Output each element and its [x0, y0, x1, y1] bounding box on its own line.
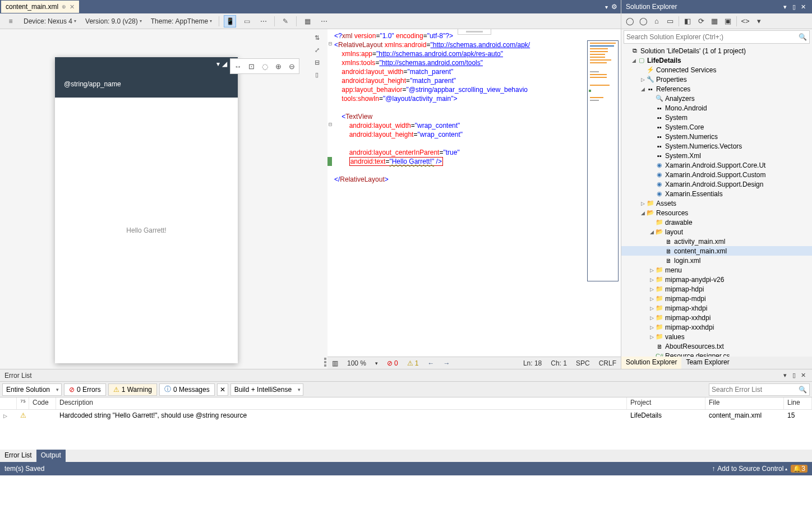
zoom-toolbar: ↔ ⊡ ◌ ⊕ ⊖ — [230, 58, 299, 74]
pin-icon[interactable]: ▯ — [790, 372, 799, 379]
collapse-icon[interactable]: ⊟ — [312, 57, 322, 67]
signal-icon: ◢ — [222, 60, 227, 68]
error-search[interactable]: 🔍 — [709, 383, 810, 396]
filter-off-icon: ✕ — [220, 386, 225, 394]
search-icon[interactable]: 🔍 — [799, 386, 807, 394]
designer-surface[interactable]: ▾ ◢ ▮ @string/app_name Hello Garrett! ↔ … — [0, 29, 323, 369]
orientation-landscape-icon[interactable]: ▭ — [241, 15, 253, 27]
tab-label: content_main.xml — [6, 3, 58, 11]
zoom-out-icon[interactable]: ⊖ — [286, 61, 297, 72]
error-list-title: Error List — [4, 372, 32, 380]
error-table-header: ⁷⁵ Code Description Project File Line — [0, 397, 812, 410]
link-app-ns[interactable]: "http://schemas.android.com/apk/res-auto… — [376, 50, 503, 58]
menu-icon[interactable]: ≡ — [4, 15, 17, 27]
refresh-icon[interactable]: ⟳ — [695, 15, 707, 27]
tab-team-explorer[interactable]: Team Explorer — [681, 357, 733, 369]
forward-icon[interactable]: ◯ — [637, 15, 649, 27]
close-icon[interactable]: ✕ — [799, 372, 808, 379]
splitter-icon[interactable] — [323, 29, 327, 369]
sync-icon[interactable]: ▭ — [664, 15, 676, 27]
body-text: Hello Garrett! — [126, 226, 166, 234]
errors-filter-button[interactable]: ⊘0 Errors — [64, 383, 106, 396]
status-text: tem(s) Saved — [4, 465, 44, 473]
theme-picker[interactable]: Theme: AppTheme ▾ — [149, 16, 214, 26]
error-search-input[interactable] — [712, 386, 799, 394]
tab-error-list[interactable]: Error List — [0, 450, 36, 462]
minimap[interactable] — [587, 40, 619, 281]
search-input[interactable] — [626, 33, 799, 41]
solution-explorer-title: Solution Explorer ▾ ▯ ✕ — [621, 0, 812, 13]
source-combo[interactable]: Build + IntelliSense — [230, 383, 303, 396]
link-android-ns[interactable]: "http://schemas.android.com/apk/ — [430, 41, 530, 49]
dropdown-icon[interactable]: ▾ — [605, 4, 608, 10]
more-icon[interactable]: ⋯ — [257, 15, 270, 27]
messages-filter-button[interactable]: ⓘ0 Messages — [159, 383, 215, 396]
line-ending: CRLF — [599, 359, 616, 367]
clear-filter-button[interactable]: ✕ — [217, 383, 228, 396]
pin-icon[interactable]: ⊕ — [62, 4, 66, 10]
nav-back-icon[interactable]: ← — [427, 359, 434, 367]
grid-icon[interactable]: ▦ — [301, 15, 313, 27]
link-tools-ns[interactable]: "http://schemas.android.com/tools" — [379, 59, 483, 67]
cursor-line: Ln: 18 — [523, 359, 542, 367]
tab-content-main[interactable]: content_main.xml ⊕ ✕ — [1, 1, 79, 13]
error-list-panel: Error List ▾ ▯ ✕ Entire Solution ⊘0 Erro… — [0, 369, 812, 462]
selected-file[interactable]: 🗎content_main.xml — [621, 246, 812, 256]
dropdown-icon[interactable]: ▾ — [781, 3, 790, 11]
doc-icon[interactable]: ▯ — [312, 70, 322, 80]
encoding-mode: SPC — [576, 359, 590, 367]
statusbar: tem(s) Saved ↑ Add to Source Control ▴ 🔔… — [0, 462, 812, 475]
phone-statusbar: ▾ ◢ ▮ — [55, 57, 238, 71]
cursor-col: Ch: 1 — [551, 359, 567, 367]
zoom-fit-icon[interactable]: ⊡ — [246, 61, 257, 72]
preview-icon[interactable]: ▾ — [753, 15, 765, 27]
home-icon[interactable]: ⌂ — [650, 15, 663, 27]
phone-preview: ▾ ◢ ▮ @string/app_name Hello Garrett! — [55, 57, 238, 363]
zoom-level[interactable]: 100 % — [347, 359, 366, 367]
bell-icon: 🔔 — [793, 465, 801, 473]
highlight-icon[interactable]: ✎ — [279, 15, 292, 27]
split-mode-icon[interactable]: ▥ — [332, 359, 338, 367]
tab-output[interactable]: Output — [36, 450, 66, 462]
solution-explorer-search[interactable]: 🔍 — [624, 30, 810, 44]
solution-tree[interactable]: ⧉Solution 'LifeDetails' (1 of 1 project)… — [621, 45, 812, 357]
show-all-icon[interactable]: ▣ — [722, 15, 734, 27]
tab-solution-explorer[interactable]: Solution Explorer — [621, 357, 681, 369]
back-icon[interactable]: ◯ — [624, 15, 636, 27]
pin-icon[interactable]: ▯ — [790, 3, 799, 11]
close-icon[interactable]: ✕ — [799, 3, 808, 11]
expand-icon[interactable]: ⤢ — [312, 45, 322, 55]
scope-combo[interactable]: Entire Solution — [2, 383, 62, 396]
document-tabs: content_main.xml ⊕ ✕ ▾ ⚙ — [0, 0, 621, 13]
properties-icon[interactable]: <> — [739, 15, 751, 27]
swap-icon[interactable]: ⇅ — [312, 33, 322, 43]
collapse-icon[interactable]: ▦ — [708, 15, 721, 27]
bottom-tabs: Error List Output — [0, 450, 812, 462]
warning-icon: ⚠ — [113, 386, 119, 394]
error-icon: ⊘ — [69, 386, 75, 394]
zoom-in-icon[interactable]: ⊕ — [273, 61, 284, 72]
orientation-portrait-icon[interactable]: 📱 — [224, 15, 236, 27]
designer-toolbar: ≡ Device: Nexus 4 ▾ Version: 9.0 (v28) ▾… — [0, 13, 621, 29]
close-icon[interactable]: ✕ — [70, 3, 75, 11]
gear-icon[interactable]: ⚙ — [611, 3, 617, 11]
zoom-actual-icon[interactable]: ◌ — [259, 61, 270, 72]
pan-icon[interactable]: ↔ — [232, 61, 243, 72]
error-icon: ⊘ — [387, 359, 393, 367]
error-row[interactable]: ▷ ⚠ Hardcoded string "Hello Garrett!", s… — [0, 410, 812, 421]
wifi-icon: ▾ — [216, 60, 220, 68]
search-icon[interactable]: 🔍 — [799, 33, 807, 41]
more-icon-2[interactable]: ⋯ — [318, 15, 330, 27]
notifications-badge[interactable]: 🔔3 — [791, 465, 808, 473]
device-picker[interactable]: Device: Nexus 4 ▾ — [21, 16, 79, 26]
code-editor[interactable]: ⊟ ⊟ <?xml version="1.0" encoding="utf-8"… — [327, 29, 621, 369]
source-control-button[interactable]: Add to Source Control — [717, 465, 783, 473]
publish-icon[interactable]: ↑ — [712, 465, 715, 473]
nav-fwd-icon[interactable]: → — [443, 359, 450, 367]
warnings-filter-button[interactable]: ⚠1 Warning — [108, 383, 157, 396]
version-picker[interactable]: Version: 9.0 (v28) ▾ — [83, 16, 144, 26]
right-panel-tabs: Solution Explorer Team Explorer — [621, 357, 812, 369]
scope-icon[interactable]: ◧ — [681, 15, 694, 27]
appbar-title: @string/app_name — [64, 80, 121, 88]
dropdown-icon[interactable]: ▾ — [781, 372, 790, 379]
